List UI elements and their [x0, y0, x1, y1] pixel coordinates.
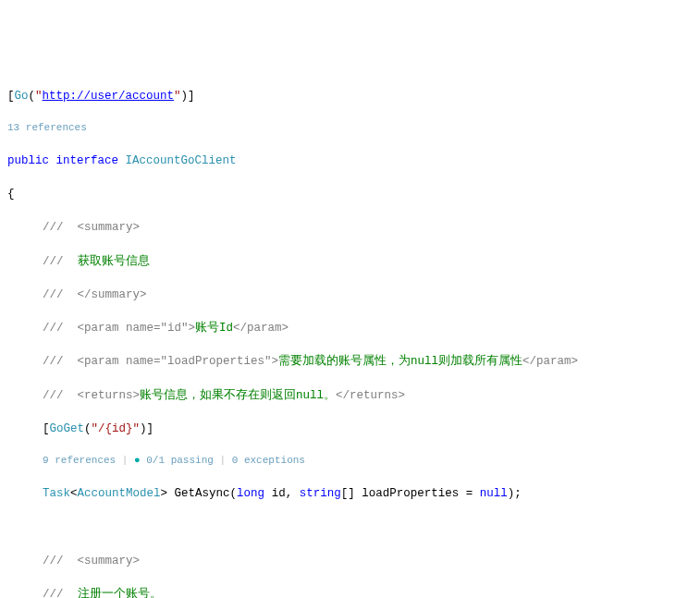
blank-line — [7, 519, 700, 536]
interface-declaration: public interface IAccountGoClient — [7, 153, 700, 169]
url-link[interactable]: http://user/account — [43, 90, 175, 103]
code-editor[interactable]: [Go("http://user/account")] 13 reference… — [7, 71, 700, 599]
codelens-getasync[interactable]: 9 references | ● 0/1 passing | 0 excepti… — [7, 454, 700, 469]
xml-summary-text: /// 获取账号信息 — [7, 253, 700, 270]
xml-param-loadprops: /// <param name="loadProperties">需要加载的账号… — [7, 353, 700, 370]
attribute-goget: [GoGet("/{id}")] — [7, 421, 700, 437]
codelens-interface[interactable]: 13 references — [7, 121, 700, 136]
xml-param-id: /// <param name="id">账号Id</param> — [7, 320, 700, 336]
xml-summary-open: /// <summary> — [7, 553, 700, 569]
brace-open: { — [7, 186, 700, 202]
xml-returns: /// <returns>账号信息，如果不存在则返回null。</returns… — [7, 387, 700, 404]
xml-summary-text: /// 注册一个账号。 — [7, 586, 700, 598]
xml-summary-close: /// </summary> — [7, 287, 700, 303]
attribute-go: [Go("http://user/account")] — [7, 88, 700, 104]
method-getasync: Task<AccountModel> GetAsync(long id, str… — [7, 485, 700, 502]
xml-summary-open: /// <summary> — [7, 219, 700, 236]
